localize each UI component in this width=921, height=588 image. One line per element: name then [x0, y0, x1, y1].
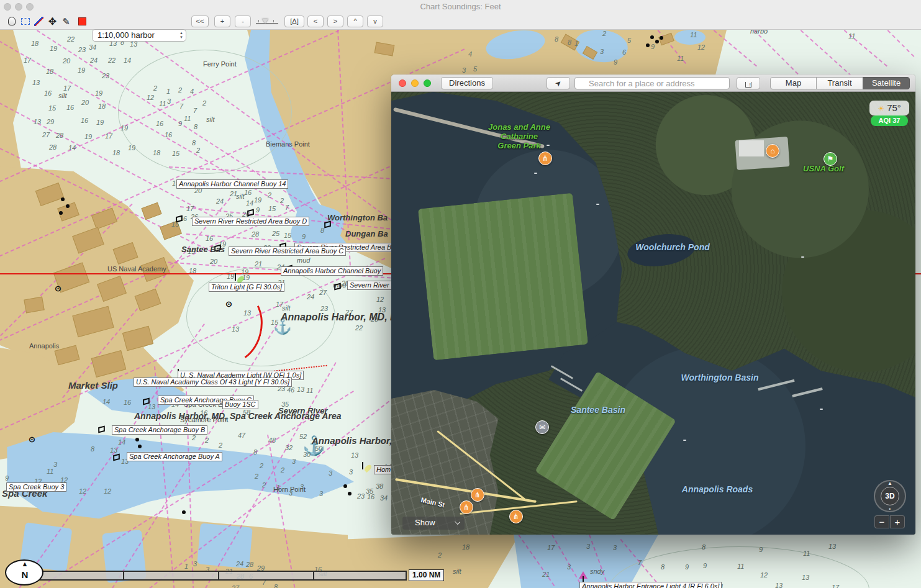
- color-swatch-button[interactable]: [76, 15, 89, 28]
- depth-sounding: 8: [702, 543, 705, 551]
- show-dropdown[interactable]: Show: [402, 517, 465, 530]
- depth-sounding: 2: [205, 436, 209, 444]
- depth-sounding: 1: [574, 40, 578, 47]
- next-button[interactable]: >: [327, 16, 343, 27]
- delta-button[interactable]: [Δ]: [284, 16, 304, 27]
- chart-scale-select[interactable]: 1:10,000 harbor ▲▼: [92, 29, 186, 42]
- rewind-button[interactable]: <<: [191, 16, 209, 27]
- pile-symbol: [66, 204, 70, 208]
- select-tool-button[interactable]: [19, 15, 32, 28]
- depth-sounding: 8: [192, 139, 196, 147]
- depth-sounding: 20: [210, 258, 217, 265]
- depth-sounding: 34: [89, 43, 96, 51]
- place-label: Ferry Point: [203, 60, 237, 68]
- line-tool-button[interactable]: [32, 15, 45, 28]
- chart-titlebar: Chart Soundings: Feet: [0, 0, 921, 14]
- depth-sounding: 13: [775, 582, 783, 588]
- magenta-dashed-line: [801, 30, 852, 76]
- depth-sounding: 12: [147, 94, 154, 101]
- pile-symbol: [646, 43, 650, 47]
- store-poi-icon[interactable]: ⌂: [766, 144, 779, 158]
- scale-bar: [28, 571, 407, 581]
- depth-sounding: 13: [110, 446, 117, 454]
- depth-sounding: 18: [462, 543, 470, 551]
- depth-sounding: 7: [193, 107, 197, 114]
- depth-sounding: 5: [627, 37, 631, 44]
- depth-sounding: 17: [186, 205, 194, 212]
- restaurant-poi-icon[interactable]: ⋔: [471, 488, 484, 502]
- depth-sounding: 9: [685, 563, 689, 571]
- zoom-in-map-button[interactable]: +: [890, 515, 905, 528]
- locate-button[interactable]: ➤: [547, 77, 570, 89]
- golf-poi-icon[interactable]: ⚑: [823, 152, 837, 166]
- seabed-label: silt: [206, 115, 214, 123]
- tab-transit[interactable]: Transit: [816, 77, 863, 89]
- depth-sounding: 2: [438, 551, 442, 559]
- pan-tool-button[interactable]: [5, 15, 18, 28]
- depth-sounding: 2: [280, 197, 284, 204]
- depth-sounding: 13: [34, 118, 41, 125]
- depth-sounding: 12: [697, 43, 705, 51]
- tab-satellite[interactable]: Satellite: [863, 77, 910, 89]
- maps-canvas[interactable]: Jonas and Anne Catharine Green ParkUSNA …: [391, 92, 915, 535]
- place-label: Biemans Point: [266, 140, 310, 148]
- depth-sounding: 11: [690, 31, 697, 38]
- zoom-out-map-button[interactable]: −: [874, 515, 889, 528]
- location-arrow-icon: ➤: [552, 77, 565, 89]
- depth-sounding: 21: [255, 260, 262, 268]
- depth-sounding: 48: [268, 436, 276, 444]
- edit-tool-button[interactable]: ✎: [60, 15, 73, 28]
- chart-area-label: Market Slip: [68, 380, 118, 391]
- threed-control[interactable]: ▲ 3D ▪: [874, 480, 906, 512]
- depth-sounding: 16: [81, 117, 88, 124]
- maps-minimize-button[interactable]: [411, 79, 419, 87]
- marquee-icon: [21, 18, 30, 25]
- pile-symbol: [182, 510, 186, 514]
- seabed-label: silt: [282, 304, 290, 312]
- map-label: USNA Golf: [803, 164, 844, 173]
- restaurant-poi-icon[interactable]: ⋔: [460, 500, 473, 514]
- share-button[interactable]: ↑: [737, 77, 760, 89]
- depth-sounding: 27: [42, 131, 50, 138]
- depth-sounding: 24: [307, 293, 314, 301]
- depth-sounding: 24: [90, 57, 98, 64]
- zoom-out-button[interactable]: -: [235, 16, 251, 27]
- depth-sounding: 13: [802, 574, 809, 581]
- mail-poi-icon[interactable]: ✉: [535, 420, 549, 434]
- pile-symbol: [655, 40, 659, 43]
- buoy-symbol: [98, 425, 105, 433]
- depth-sounding: 3: [167, 97, 171, 105]
- restaurant-poi-icon[interactable]: ⋔: [538, 152, 552, 165]
- move-tool-button[interactable]: ✥: [46, 15, 59, 28]
- depth-sounding: 25: [272, 230, 279, 237]
- seabed-label: silt: [58, 92, 66, 99]
- depth-sounding: 2: [178, 86, 182, 94]
- chart-feature-label: Annapolis Harbor Channel Buoy 14: [176, 179, 288, 189]
- depth-sounding: 8: [555, 35, 558, 43]
- hand-icon: [8, 17, 16, 25]
- up-button[interactable]: ^: [347, 16, 363, 27]
- down-button[interactable]: v: [367, 16, 383, 27]
- depth-sounding: 2: [219, 441, 222, 449]
- directions-button[interactable]: Directions: [441, 77, 493, 89]
- scale-slider[interactable]: [256, 19, 278, 26]
- depth-sounding: 18: [98, 102, 106, 110]
- depth-sounding: 16: [124, 399, 131, 406]
- weather-widget[interactable]: ☀ 75°: [869, 101, 909, 115]
- tab-map[interactable]: Map: [770, 77, 817, 89]
- maps-zoom-button[interactable]: [424, 79, 431, 87]
- prev-button[interactable]: <: [307, 16, 324, 27]
- depth-sounding: 18: [189, 267, 196, 274]
- map-label: Worthington Basin: [681, 373, 759, 382]
- north-compass: ▲ N: [5, 559, 45, 587]
- map-label: Woolchurch Pond: [635, 242, 710, 252]
- popup-stepper-icon: ▲▼: [179, 31, 183, 40]
- tilt-down-icon: ▪: [875, 506, 905, 512]
- restaurant-poi-icon[interactable]: ⋔: [509, 510, 523, 523]
- zoom-in-button[interactable]: +: [214, 16, 230, 27]
- sun-icon: ☀: [878, 104, 884, 113]
- search-input[interactable]: [574, 77, 730, 89]
- maps-close-button[interactable]: [399, 79, 406, 87]
- depth-sounding: 15: [284, 232, 291, 239]
- seabed-label: silt: [236, 192, 244, 200]
